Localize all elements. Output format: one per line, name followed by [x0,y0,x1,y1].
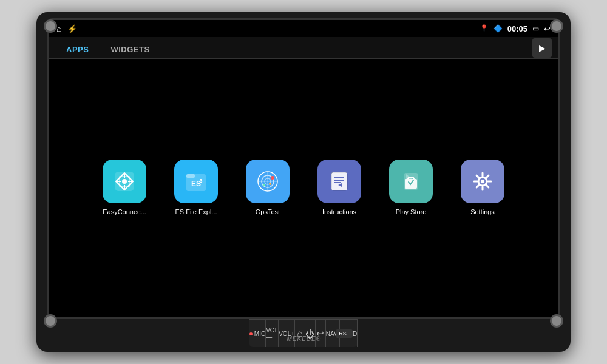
mount-hole-tl [44,19,57,33]
app-grid: EasyConnec... ES 3 ES File Expl. [97,160,510,216]
app-label-gpstest: GpsTest [256,208,280,216]
mic-label: MIC [254,331,265,337]
device-body: ⌂ ⚡ 📍 🔷 00:05 ▭ ↩ APPS WIDGETS ▶ [36,12,571,352]
app-label-settings: Settings [470,208,495,216]
mic-dot [249,332,253,335]
svg-line-30 [476,186,479,188]
back-button[interactable]: ↩ [316,320,326,347]
status-left: ⌂ ⚡ [56,24,77,33]
app-icon-settings [461,160,504,203]
home-button[interactable]: ⌂ [295,320,305,347]
svg-point-11 [271,176,274,180]
svg-line-29 [486,176,489,178]
tab-apps[interactable]: APPS [55,41,100,59]
mount-hole-br [550,314,563,328]
tab-bar: APPS WIDGETS ▶ [49,37,558,59]
status-bar: ⌂ ⚡ 📍 🔷 00:05 ▭ ↩ [49,20,558,37]
store-icon-button[interactable]: ▶ [532,38,552,58]
mic-button[interactable]: MIC [249,320,266,347]
tab-divider [49,58,558,59]
svg-point-12 [263,184,265,186]
rst-button[interactable]: RST [336,329,353,338]
app-icon-gpstest [246,160,290,203]
screen: ⌂ ⚡ 📍 🔷 00:05 ▭ ↩ APPS WIDGETS ▶ [49,20,558,317]
app-item-easyconnect[interactable]: EasyConnec... [97,160,152,216]
tab-widgets[interactable]: WIDGETS [100,41,160,59]
bluetooth-icon: 🔷 [493,24,503,33]
svg-rect-3 [186,174,195,178]
app-item-playstore[interactable]: Play Store [384,160,438,216]
svg-line-27 [476,176,479,178]
svg-text:3: 3 [199,178,202,184]
app-item-instructions[interactable]: Instructions [312,160,367,216]
app-icon-easyconnect [103,160,146,203]
app-label-playstore: Play Store [396,208,427,216]
location-icon: 📍 [480,24,489,33]
window-icon: ▭ [532,24,539,33]
brand-label: MEKEDE® [287,335,322,342]
tabs-container: APPS WIDGETS [55,41,161,59]
play-icon: ▶ [539,43,546,53]
clock: 00:05 [507,24,527,33]
app-icon-playstore [389,160,433,203]
app-item-gpstest[interactable]: GpsTest [240,160,295,216]
vol-minus-button[interactable]: VOL— [266,320,279,347]
app-icon-esfile: ES 3 [174,160,218,203]
usb-icon: ⚡ [67,24,77,33]
app-grid-area: EasyConnec... ES 3 ES File Expl. [49,59,558,317]
control-bar: MIC VOL— VOL+ ⌂ ⏻ ↩ NAVI BAND MEKEDE® RS… [249,319,358,347]
status-right: 📍 🔷 00:05 ▭ ↩ [480,24,551,33]
app-icon-instructions [317,160,361,203]
app-label-easyconnect: EasyConnec... [103,208,146,216]
svg-point-13 [269,183,271,185]
app-label-esfile: ES File Expl... [175,208,217,216]
mount-hole-tr [550,19,563,33]
svg-line-28 [486,186,489,188]
vol-plus-button[interactable]: VOL+ [279,320,295,347]
svg-point-22 [481,180,484,183]
app-label-instructions: Instructions [322,208,356,216]
home-icon: ⌂ [56,24,61,33]
app-item-settings[interactable]: Settings [455,160,510,216]
power-button[interactable]: ⏻ [305,320,316,347]
screen-bezel: ⌂ ⚡ 📍 🔷 00:05 ▭ ↩ APPS WIDGETS ▶ [47,18,560,319]
mount-hole-bl [44,314,57,328]
svg-rect-14 [331,172,347,190]
svg-point-1 [122,179,127,184]
vol-minus-label: VOL— [266,327,278,340]
app-item-esfile[interactable]: ES 3 ES File Expl... [169,160,223,216]
